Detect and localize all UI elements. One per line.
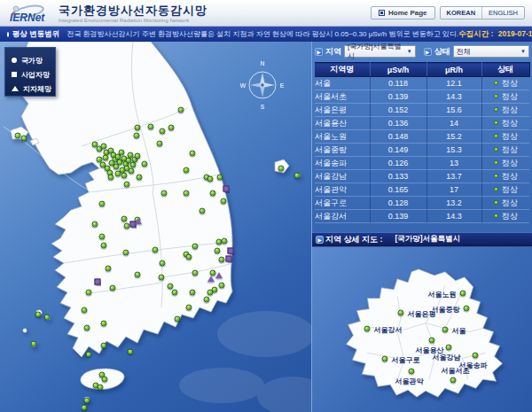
national-station-dot[interactable] [221,198,227,205]
national-station-dot[interactable] [128,349,134,355]
seoul-detail-map[interactable]: 서울노원서울중랑서울은평서울강서서울서울용산서울강남서울송파서울구로서울관악서울… [312,247,532,412]
local-gov-station-marker[interactable] [135,218,142,224]
national-station-dot[interactable] [207,290,214,296]
national-station-dot[interactable] [101,343,107,349]
national-station-dot[interactable] [101,321,107,327]
national-station-dot[interactable] [115,171,121,177]
seoul-station-서울서초[interactable]: 서울서초 [450,377,457,384]
national-station-dot[interactable] [15,133,21,139]
national-station-dot[interactable] [124,223,130,229]
national-station-dot[interactable] [99,201,106,207]
national-station-dot[interactable] [190,151,196,157]
legend-item-국가망[interactable]: 국가망 [12,53,55,67]
seoul-station-서울중랑[interactable]: 서울중랑 [464,306,470,312]
national-station-dot[interactable] [84,325,90,331]
national-station-dot[interactable] [148,124,154,130]
table-row[interactable]: 서울강남0.13313.7정상 [315,170,529,183]
national-station-dot[interactable] [184,167,190,174]
national-station-dot[interactable] [123,250,129,256]
national-station-dot[interactable] [222,238,228,245]
seoul-station-서울강남[interactable]: 서울강남 [446,345,452,351]
national-station-dot[interactable] [137,175,143,181]
national-station-dot[interactable] [124,182,130,188]
korea-map[interactable]: N S W E 국가망사업자망지자체망 [0,42,312,412]
national-station-dot[interactable] [110,285,116,292]
operator-station-marker[interactable] [228,248,234,254]
logo[interactable]: IERNet 국가환경방사선자동감시망 Integrated Environme… [7,4,207,23]
national-station-dot[interactable] [294,173,301,179]
national-station-dot[interactable] [168,125,175,131]
table-row[interactable]: 서울0.11812.1정상 [315,77,529,90]
national-station-dot[interactable] [135,272,141,278]
national-station-dot[interactable] [175,316,181,323]
national-station-dot[interactable] [82,405,88,411]
table-row[interactable]: 서울강서0.13914.3정상 [315,210,529,223]
national-station-dot[interactable] [278,166,285,172]
national-station-dot[interactable] [172,290,178,296]
table-row[interactable]: 서울중랑0.14915.3정상 [315,144,529,157]
table-row[interactable]: 서울관악0.16517정상 [315,183,529,197]
national-station-dot[interactable] [200,208,206,214]
national-station-dot[interactable] [168,284,174,290]
national-station-dot[interactable] [84,398,90,404]
national-station-dot[interactable] [186,254,192,260]
operator-station-marker[interactable] [226,256,232,262]
region-select[interactable]: [국가망]서울특별시 ▼ [344,45,416,58]
national-station-dot[interactable] [86,352,92,358]
national-station-dot[interactable] [109,160,115,167]
national-station-dot[interactable] [160,128,166,135]
national-station-dot[interactable] [106,266,112,272]
seoul-station-서울은평[interactable]: 서울은평 [398,310,404,316]
national-station-dot[interactable] [98,385,104,391]
national-station-dot[interactable] [101,144,107,150]
national-station-dot[interactable] [192,244,199,250]
national-station-dot[interactable] [178,107,184,113]
seoul-station-서울송파[interactable]: 서울송파 [473,353,479,359]
national-station-dot[interactable] [86,290,92,296]
seoul-station-서울구로[interactable]: 서울구로 [382,356,388,362]
home-page-button[interactable]: Home Page [371,6,435,19]
national-station-dot[interactable] [159,275,165,281]
table-row[interactable]: 서울은평0.15215.6정상 [315,104,529,117]
national-station-dot[interactable] [142,161,148,167]
national-station-dot[interactable] [160,260,166,267]
national-station-dot[interactable] [97,157,103,163]
national-station-dot[interactable] [207,176,214,183]
national-station-dot[interactable] [35,312,42,318]
national-station-dot[interactable] [108,175,114,181]
national-station-dot[interactable] [100,162,106,168]
national-station-dot[interactable] [121,216,128,222]
national-station-dot[interactable] [215,248,221,254]
seoul-station-서울관악[interactable]: 서울관악 [409,369,415,375]
national-station-dot[interactable] [184,190,190,197]
table-row[interactable]: 서울용산0.13614정상 [315,117,529,130]
status-select[interactable]: 전체 ▼ [453,45,529,58]
national-station-dot[interactable] [210,190,216,197]
national-station-dot[interactable] [130,162,137,168]
national-station-dot[interactable] [119,150,125,156]
national-station-dot[interactable] [102,377,108,383]
national-station-dot[interactable] [135,153,141,159]
national-station-dot[interactable] [192,270,199,276]
operator-station-marker[interactable] [95,279,101,285]
seoul-station-서울노원[interactable]: 서울노원 [460,291,466,297]
legend-item-사업자망[interactable]: 사업자망 [12,67,55,82]
seoul-station-서울강서[interactable]: 서울강서 [364,326,371,332]
seoul-station-서울[interactable]: 서울 [442,327,449,333]
national-station-dot[interactable] [161,190,168,197]
national-station-dot[interactable] [134,133,140,139]
table-row[interactable]: 서울송파0.12613정상 [315,157,529,170]
national-station-dot[interactable] [21,136,27,142]
national-station-dot[interactable] [217,175,223,181]
national-station-dot[interactable] [129,168,135,175]
national-station-dot[interactable] [31,341,37,347]
national-station-dot[interactable] [82,307,88,314]
national-station-dot[interactable] [101,243,107,249]
english-button[interactable]: ENGLISH [482,7,524,19]
national-station-dot[interactable] [103,155,109,161]
table-row[interactable]: 서울구로0.12813.2정상 [315,197,529,210]
table-row[interactable]: 서울서초0.13914.3정상 [315,90,529,104]
national-station-dot[interactable] [157,141,163,147]
legend-item-지자체망[interactable]: 지자체망 [12,82,55,96]
local-gov-station-marker[interactable] [215,272,223,278]
